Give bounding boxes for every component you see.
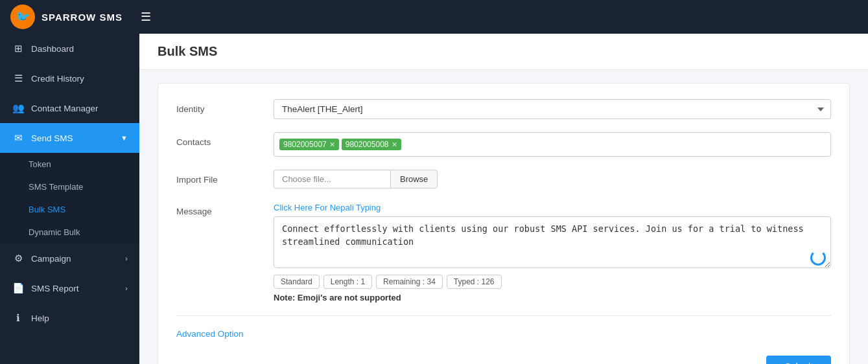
chevron-right-icon: › [125,284,128,292]
sidebar-item-label: Send SMS [31,133,73,143]
sidebar-item-label: SMS Report [31,284,79,293]
help-icon: ℹ [12,312,25,324]
submit-wrap: Submit [176,356,831,364]
stat-standard: Standard [274,275,320,289]
bulk-sms-card: Identity TheAlert [THE_Alert] Contacts 9… [158,83,850,364]
sidebar-item-label: Help [31,313,49,323]
credit-history-icon: ☰ [12,73,25,84]
tag-9802005008: 9802005008 ✕ [342,139,401,150]
divider [176,315,831,316]
page-title: Bulk SMS [158,44,850,59]
message-textarea[interactable]: Connect effortlessly with clients using … [274,216,831,268]
sidebar-item-help[interactable]: ℹ Help [0,303,139,333]
sidebar-subitem-sms-template[interactable]: SMS Template [0,176,139,198]
sidebar-item-credit-history[interactable]: ☰ Credit History [0,63,139,93]
sidebar-subitem-token[interactable]: Token [0,153,139,176]
contacts-row: Contacts 9802005007 ✕ 9802005008 ✕ [176,132,831,157]
brand-name: SPARROW SMS [41,12,123,23]
main-content: Bulk SMS Identity TheAlert [THE_Alert] C… [139,34,868,364]
brand: 🐦 SPARROW SMS [10,5,123,29]
layout: ⊞ Dashboard ☰ Credit History 👥 Contact M… [0,34,868,364]
sidebar-item-label: Contact Manager [31,104,99,113]
send-sms-submenu: Token SMS Template Bulk SMS Dynamic Bulk [0,153,139,244]
nepali-typing-link[interactable]: Click Here For Nepali Typing [274,203,381,212]
chevron-down-icon: ▼ [121,134,128,142]
sidebar-item-dashboard[interactable]: ⊞ Dashboard [0,34,139,63]
import-file-row: Import File Choose file... Browse [176,170,831,188]
brand-logo: 🐦 [10,5,35,29]
import-file-label: Import File [176,170,261,185]
sidebar-item-label: Credit History [31,74,84,84]
submit-button[interactable]: Submit [766,356,831,364]
sms-stats: Standard Length : 1 Remaining : 34 Typed… [274,275,831,289]
dashboard-icon: ⊞ [12,43,25,54]
contacts-label: Contacts [176,132,261,147]
file-placeholder: Choose file... [274,170,390,188]
campaign-icon: ⚙ [12,253,25,264]
loading-icon [810,250,826,266]
tag-close-icon[interactable]: ✕ [329,141,335,149]
identity-row: Identity TheAlert [THE_Alert] [176,99,831,119]
sms-report-icon: 📄 [12,282,25,294]
page-body: Identity TheAlert [THE_Alert] Contacts 9… [139,70,868,364]
sidebar-item-sms-report[interactable]: 📄 SMS Report › [0,273,139,303]
stat-typed: Typed : 126 [447,275,502,289]
contacts-tags-input[interactable]: 9802005007 ✕ 9802005008 ✕ [274,132,831,157]
chevron-right-icon: › [125,255,128,262]
identity-select[interactable]: TheAlert [THE_Alert] [274,99,831,119]
identity-control: TheAlert [THE_Alert] [274,99,831,119]
sidebar-item-contact-manager[interactable]: 👥 Contact Manager [0,93,139,123]
tag-close-icon[interactable]: ✕ [392,141,397,149]
identity-label: Identity [176,99,261,114]
sidebar-item-campaign[interactable]: ⚙ Campaign › [0,244,139,273]
menu-toggle-icon[interactable]: ☰ [141,10,151,24]
sidebar: ⊞ Dashboard ☰ Credit History 👥 Contact M… [0,34,139,364]
sidebar-subitem-dynamic-bulk[interactable]: Dynamic Bulk [0,221,139,244]
emoji-note: Note: Emoji's are not supported [274,293,831,302]
contacts-control: 9802005007 ✕ 9802005008 ✕ [274,132,831,157]
send-sms-icon: ✉ [12,132,25,144]
stat-remaining: Remaining : 34 [376,275,443,289]
browse-button[interactable]: Browse [390,170,438,188]
textarea-wrap: Connect effortlessly with clients using … [274,216,831,271]
tag-value: 9802005007 [283,140,327,149]
page-header: Bulk SMS [139,34,868,70]
navbar: 🐦 SPARROW SMS ☰ [0,0,868,34]
message-row: Message Click Here For Nepali Typing Con… [176,201,831,302]
sidebar-subitem-bulk-sms[interactable]: Bulk SMS [0,198,139,221]
sidebar-item-label: Campaign [31,254,71,264]
tag-value: 9802005008 [346,140,389,149]
file-input-wrap: Choose file... Browse [274,170,831,188]
contact-manager-icon: 👥 [12,102,25,114]
message-label: Message [176,201,261,216]
import-file-control: Choose file... Browse [274,170,831,188]
message-control: Click Here For Nepali Typing Connect eff… [274,201,831,302]
tag-9802005007: 9802005007 ✕ [279,139,339,150]
sidebar-item-label: Dashboard [31,44,74,54]
stat-length: Length : 1 [323,275,372,289]
advanced-option-link[interactable]: Advanced Option [176,329,244,339]
sidebar-item-send-sms[interactable]: ✉ Send SMS ▼ [0,123,139,153]
